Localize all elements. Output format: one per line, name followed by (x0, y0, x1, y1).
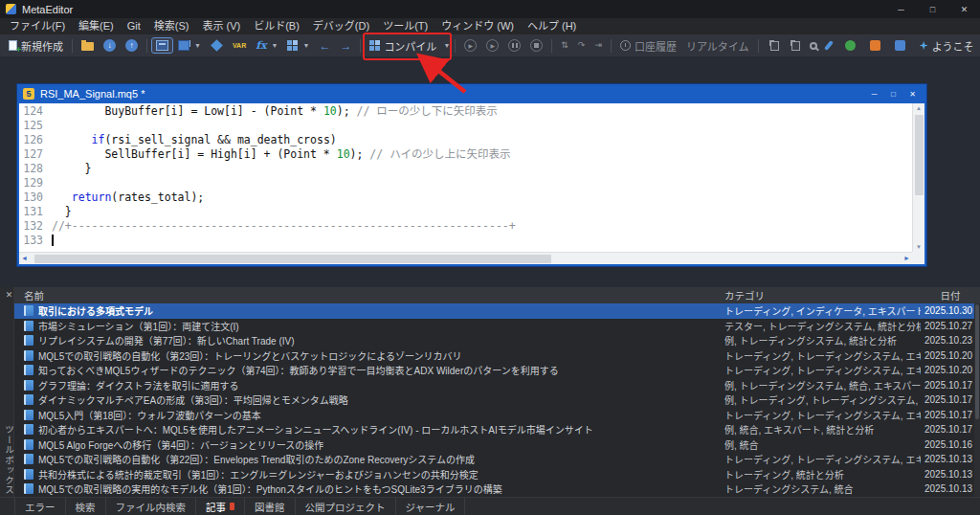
welcome-button[interactable]: ようこそ (916, 36, 978, 56)
pin-button[interactable] (823, 38, 835, 53)
article-row[interactable]: ダイナミックマルチペアEAの形成（第3回）：平均回帰とモメンタム戦略例, トレー… (14, 392, 980, 408)
horizontal-scroll-thumb[interactable] (34, 255, 551, 263)
article-row[interactable]: MQL5での取引戦略の自動化（第23回）：トレーリングとバスケットロジックによる… (14, 348, 980, 364)
article-row[interactable]: 取引における多項式モデルトレーディング, インディケータ, エキスパート2025… (14, 303, 980, 319)
compile-dropdown-icon[interactable]: ▼ (443, 42, 450, 49)
tab-errors[interactable]: エラー (14, 498, 66, 515)
editor-window-titlebar[interactable]: 5 RSI_MA_Signal.mq5 * ─ □ ✕ (17, 84, 926, 103)
menu-item-build[interactable]: ビルド(B) (247, 18, 306, 34)
toolbox-side-label[interactable]: ツールボックス (2, 425, 15, 496)
article-row[interactable]: MQL5での取引戦略の実用的なモデル化（第1回）：Pythonスタイルのヒントを… (14, 481, 980, 497)
debug-button[interactable]: ▶ (482, 37, 502, 54)
new-file-button[interactable]: 新規作成 (5, 36, 67, 56)
play-icon: ▶ (486, 39, 499, 52)
save-button[interactable]: ↓ (100, 37, 120, 54)
editor-close-button[interactable]: ✕ (904, 87, 921, 101)
community-button[interactable] (891, 38, 909, 53)
validate-button[interactable] (841, 38, 859, 53)
scroll-up-icon[interactable]: ▲ (913, 103, 924, 113)
duplicate-button[interactable] (785, 39, 804, 53)
menu-item-window[interactable]: ウィンドウ (W) (434, 18, 521, 34)
menu-item-edit[interactable]: 編集(E) (72, 18, 121, 34)
scroll-right-icon[interactable]: ► (903, 253, 910, 264)
article-doc-icon (24, 394, 33, 405)
article-row[interactable]: MQL5 Algo Forgeへの移行（第4回）：バージョンとリリースの操作例,… (14, 437, 980, 453)
article-row[interactable]: リプレイシステムの開発（第77回）：新しいChart Trade (IV)例, … (14, 333, 980, 348)
compile-button[interactable]: コンパイル (366, 36, 440, 56)
window-close-button[interactable]: ✕ (948, 0, 980, 18)
functions-dropdown-button[interactable]: fx▼ (252, 38, 281, 53)
tab-public-projects[interactable]: 公開プロジェクト (296, 498, 396, 515)
zoom-button[interactable] (806, 40, 821, 52)
run-button[interactable]: ▶ (460, 37, 480, 54)
editor-horizontal-scrollbar[interactable]: ◄ ► (19, 252, 912, 264)
column-header-category[interactable]: カテゴリ (724, 288, 921, 302)
article-row[interactable]: MQL5での取引戦略の自動化（第22回）：Envelopes Trend取引のた… (14, 452, 980, 467)
toggle-editor-view-button[interactable] (152, 38, 172, 53)
article-row[interactable]: 初心者からエキスパートへ：MQL5を使用したアニメーションニュースヘッドライン(… (14, 422, 980, 437)
step-into-button[interactable]: ⇅ (557, 39, 572, 52)
vertical-scroll-thumb[interactable] (915, 115, 924, 195)
articles-panel: 名前 カテゴリ 日付 取引における多項式モデルトレーディング, インディケータ,… (14, 287, 980, 497)
menu-item-view[interactable]: 表示 (V) (195, 18, 247, 34)
active-tab-badge (230, 503, 234, 510)
open-file-button[interactable] (78, 38, 98, 53)
article-name-cell: ダイナミックマルチペアEAの形成（第3回）：平均回帰とモメンタム戦略 (14, 392, 724, 407)
article-row[interactable]: 知っておくべきMQL5ウィザードのテクニック（第74回）：教師あり学習で一目均衡… (14, 363, 980, 378)
snippets-dropdown-button[interactable]: ▼ (283, 38, 313, 53)
article-row[interactable]: 市場シミュレーション（第1回）：両建て注文(I)テスター, トレーディングシステ… (14, 319, 980, 334)
editor-maximize-button[interactable]: □ (885, 87, 902, 101)
main-toolbar: 新規作成 ↓ ↑ ▼ VAR fx▼ ▼ ← → コンパイル ▼ ▶ ▶ ⇅ ↷… (0, 34, 980, 56)
stop-icon (530, 39, 543, 52)
menu-item-debug[interactable]: デバッグ(D) (306, 18, 376, 34)
upload-button[interactable]: ↑ (122, 37, 142, 54)
tab-articles[interactable]: 記事 (196, 498, 245, 515)
step-over-icon: ↷ (578, 41, 586, 50)
copy-button[interactable] (764, 39, 783, 53)
window-minimize-button[interactable]: ─ (885, 0, 917, 18)
menu-item-search[interactable]: 検索(S) (147, 18, 196, 34)
menu-item-file[interactable]: ファイル(F) (3, 18, 72, 34)
scroll-left-icon[interactable]: ◄ (21, 253, 28, 264)
menu-item-help[interactable]: ヘルプ (H) (521, 18, 583, 34)
tab-journal[interactable]: ジャーナル (396, 498, 466, 515)
toolbar-separator (611, 39, 612, 53)
pause-button[interactable] (504, 37, 524, 54)
tab-search-in-files[interactable]: ファイル内検索 (106, 498, 197, 515)
navigate-back-button[interactable]: ← (315, 38, 334, 54)
code-line: 133 (19, 234, 912, 248)
step-over-button[interactable]: ↷ (574, 39, 590, 52)
article-row[interactable]: グラフ理論：ダイクストラ法を取引に適用する例, トレーディングシステム, 統合,… (14, 378, 980, 393)
navigator-button[interactable] (207, 39, 227, 52)
account-history-button[interactable]: 口座履歴 (616, 36, 680, 56)
tab-search[interactable]: 検索 (66, 498, 106, 515)
scroll-down-icon[interactable]: ▼ (913, 242, 924, 252)
styles-dropdown-button[interactable]: ▼ (174, 38, 205, 53)
step-out-button[interactable]: ⇥ (590, 39, 606, 52)
menu-item-git[interactable]: Git (121, 18, 147, 34)
stop-button[interactable] (526, 37, 546, 54)
column-header-date[interactable]: 日付 (921, 288, 980, 302)
step-out-icon: ⇥ (594, 41, 602, 50)
panel-close-icon[interactable]: ✕ (4, 290, 14, 301)
editor-minimize-button[interactable]: ─ (866, 87, 882, 101)
article-list-header[interactable]: 名前 カテゴリ 日付 (14, 287, 980, 303)
tab-library[interactable]: 図書館 (245, 498, 296, 515)
chat-icon (870, 40, 880, 51)
toolbar-separator (551, 39, 552, 53)
list-scroll-thumb[interactable] (975, 304, 979, 419)
article-row[interactable]: MQL5入門（第18回）：ウォルフ波動パターンの基本トレーディング, トレーディ… (14, 408, 980, 423)
article-doc-icon (24, 365, 33, 375)
variables-button[interactable]: VAR (229, 40, 250, 51)
navigate-forward-button[interactable]: → (336, 38, 355, 54)
window-maximize-button[interactable]: □ (917, 0, 948, 18)
menu-item-tools[interactable]: ツール(T) (376, 18, 434, 34)
column-header-name[interactable]: 名前 (14, 288, 724, 302)
realtime-button[interactable]: リアルタイム (682, 36, 753, 56)
article-name-cell: 取引における多項式モデル (14, 303, 724, 318)
article-row[interactable]: 共和分株式による統計的裁定取引（第1回）：エングル＝グレンジャーおよびジョハンセ… (14, 467, 980, 482)
list-scrollbar[interactable] (974, 303, 980, 497)
code-area[interactable]: 124 BuyBuffer[i] = Low[i] - (Point * 10)… (19, 103, 912, 252)
chat-button[interactable] (866, 38, 884, 53)
editor-vertical-scrollbar[interactable]: ▲ ▼ (912, 103, 924, 252)
